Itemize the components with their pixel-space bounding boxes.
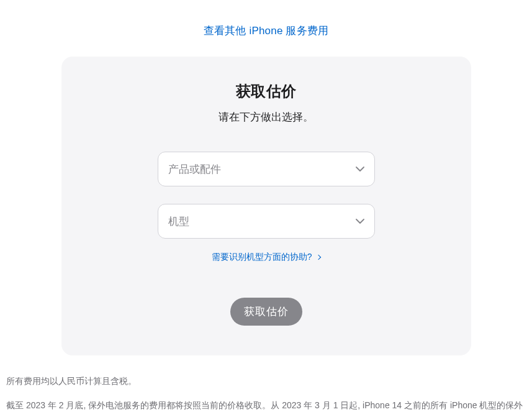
footnotes: 所有费用均以人民币计算且含税。 截至 2023 年 2 月底, 保外电池服务的费… <box>6 355 526 412</box>
footnote-price-change-pre: 截至 2023 年 2 月底, 保外电池服务的费用都将按照当前的价格收取。从 2… <box>6 400 523 412</box>
model-select-placeholder: 机型 <box>168 214 189 229</box>
button-wrap: 获取估价 <box>91 298 441 326</box>
view-other-fees-link-wrap: 查看其他 iPhone 服务费用 <box>6 0 526 57</box>
model-select-wrap: 机型 <box>158 204 375 239</box>
footnote-tax: 所有费用均以人民币计算且含税。 <box>6 373 526 390</box>
help-link-label: 需要识别机型方面的协助? <box>212 252 312 262</box>
product-select[interactable]: 产品或配件 <box>158 152 375 186</box>
chevron-right-icon <box>316 255 321 260</box>
footnote-price-change: 截至 2023 年 2 月底, 保外电池服务的费用都将按照当前的价格收取。从 2… <box>6 397 526 412</box>
get-estimate-button[interactable]: 获取估价 <box>230 298 302 326</box>
help-link-wrap: 需要识别机型方面的协助? <box>91 251 441 263</box>
view-other-fees-link[interactable]: 查看其他 iPhone 服务费用 <box>204 25 329 37</box>
product-select-wrap: 产品或配件 <box>158 152 375 186</box>
model-select[interactable]: 机型 <box>158 204 375 239</box>
card-title: 获取估价 <box>91 81 441 101</box>
identify-model-help-link[interactable]: 需要识别机型方面的协助? <box>212 252 321 262</box>
chevron-down-icon <box>356 219 364 224</box>
chevron-down-icon <box>356 167 364 172</box>
card-subtitle: 请在下方做出选择。 <box>91 110 441 124</box>
estimate-card: 获取估价 请在下方做出选择。 产品或配件 机型 需要识别机型方面的协助? <box>61 57 471 355</box>
product-select-placeholder: 产品或配件 <box>168 162 221 176</box>
